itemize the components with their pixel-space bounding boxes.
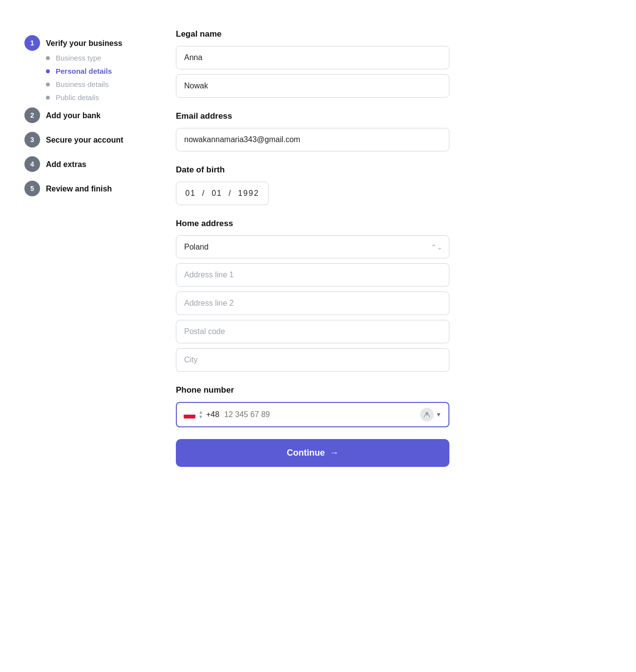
email-input[interactable]	[176, 128, 449, 151]
dob-input[interactable]	[176, 182, 269, 205]
phone-number-input[interactable]	[224, 410, 420, 419]
sub-label-business-type: Business type	[56, 54, 101, 62]
phone-country-arrows[interactable]: ▲ ▼	[198, 410, 203, 420]
continue-arrow-icon: →	[330, 448, 339, 458]
step-1-sub-items: Business type Personal details Business …	[46, 54, 132, 102]
email-label: Email address	[176, 111, 449, 121]
step-2-title: Add your bank	[46, 108, 101, 121]
sub-dot-business-type	[46, 56, 50, 60]
step-1-circle: 1	[24, 35, 40, 51]
chevron-down-small-icon: ▼	[436, 411, 442, 418]
country-select[interactable]: Poland Germany France	[176, 235, 449, 258]
continue-button[interactable]: Continue →	[176, 439, 449, 467]
home-address-label: Home address	[176, 219, 449, 229]
sub-label-business-details: Business details	[56, 80, 108, 88]
legal-name-label: Legal name	[176, 29, 449, 39]
flag-poland-icon	[184, 411, 195, 419]
address-line2-input[interactable]	[176, 292, 449, 315]
step-5-row: 5 Review and finish	[24, 180, 132, 196]
step-3-circle: 3	[24, 132, 40, 147]
country-select-wrapper: Poland Germany France ⌃⌄	[176, 235, 449, 258]
main-form: Legal name Email address Date of birth H…	[147, 20, 488, 486]
continue-label: Continue	[287, 448, 325, 458]
sub-item-business-details[interactable]: Business details	[46, 80, 132, 88]
sidebar: 1 Verify your business Business type Per…	[0, 20, 147, 486]
phone-avatar-button[interactable]: ▼	[420, 408, 442, 421]
sub-label-personal-details: Personal details	[56, 67, 112, 75]
avatar-icon	[420, 408, 434, 421]
address-line1-input[interactable]	[176, 263, 449, 287]
step-5-circle: 5	[24, 181, 40, 196]
step-1-title: Verify your business	[46, 36, 123, 49]
step-3-row: 3 Secure your account	[24, 131, 132, 147]
first-name-input[interactable]	[176, 46, 449, 69]
step-1-row: 1 Verify your business	[24, 34, 132, 51]
step-2-circle: 2	[24, 107, 40, 123]
dob-label: Date of birth	[176, 165, 449, 175]
phone-label: Phone number	[176, 385, 449, 395]
sub-dot-business-details	[46, 83, 50, 86]
last-name-input[interactable]	[176, 74, 449, 98]
step-2-row: 2 Add your bank	[24, 106, 132, 123]
sub-dot-personal-details	[46, 69, 50, 73]
step-4-circle: 4	[24, 156, 40, 172]
step-3-title: Secure your account	[46, 133, 123, 146]
step-5-title: Review and finish	[46, 182, 112, 194]
sub-item-business-type[interactable]: Business type	[46, 54, 132, 62]
phone-input-wrapper[interactable]: ▲ ▼ +48 ▼	[176, 402, 449, 427]
sub-dot-public-details	[46, 96, 50, 100]
sub-label-public-details: Public details	[56, 93, 99, 102]
step-4-title: Add extras	[46, 157, 86, 170]
city-input[interactable]	[176, 348, 449, 372]
sub-item-public-details[interactable]: Public details	[46, 93, 132, 102]
phone-country-code: +48	[206, 410, 219, 419]
sub-item-personal-details[interactable]: Personal details	[46, 67, 132, 75]
step-4-row: 4 Add extras	[24, 155, 132, 172]
postal-code-input[interactable]	[176, 320, 449, 343]
